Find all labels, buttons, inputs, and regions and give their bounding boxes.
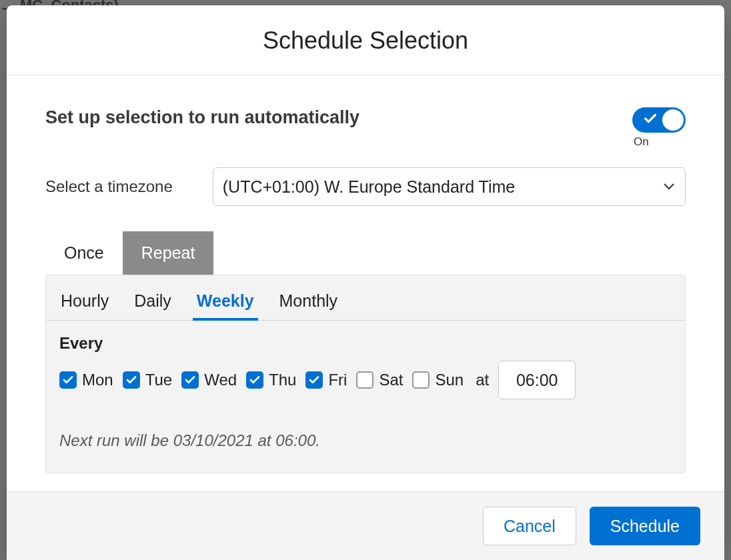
- modal-header: Schedule Selection: [7, 5, 724, 75]
- modal-footer: Cancel Schedule: [7, 491, 724, 560]
- day-label: Sat: [379, 371, 403, 389]
- tab-daily[interactable]: Daily: [133, 286, 173, 320]
- timezone-row: Select a timezone (UTC+01:00) W. Europe …: [45, 167, 686, 206]
- next-run-text: Next run will be 03/10/2021 at 06:00.: [46, 418, 685, 473]
- cancel-button[interactable]: Cancel: [483, 507, 576, 545]
- setup-row: Set up selection to run automatically On: [45, 107, 686, 149]
- toggle-state-label: On: [634, 135, 649, 149]
- day-label: Sun: [435, 371, 464, 389]
- repeat-panel: Hourly Daily Weekly Monthly Every MonTue…: [45, 275, 686, 473]
- day-label: Wed: [204, 371, 237, 389]
- day-label: Fri: [328, 371, 347, 389]
- day-checkbox-wed[interactable]: Wed: [181, 371, 237, 389]
- schedule-button[interactable]: Schedule: [590, 507, 700, 545]
- checkbox-icon: [123, 371, 140, 389]
- day-checkbox-tue[interactable]: Tue: [123, 371, 172, 389]
- day-checkbox-fri[interactable]: Fri: [305, 371, 347, 389]
- schedule-selection-modal: Schedule Selection Set up selection to r…: [7, 5, 724, 560]
- tab-weekly[interactable]: Weekly: [195, 286, 255, 320]
- checkbox-icon: [305, 371, 323, 389]
- tab-repeat[interactable]: Repeat: [123, 231, 214, 275]
- day-label: Tue: [145, 371, 172, 389]
- checkbox-icon: [356, 371, 374, 389]
- tab-hourly[interactable]: Hourly: [59, 286, 110, 320]
- toggle-knob: [662, 109, 684, 131]
- tab-once[interactable]: Once: [45, 231, 123, 275]
- day-label: Thu: [269, 371, 296, 389]
- modal-body: Set up selection to run automatically On…: [7, 75, 724, 491]
- checkbox-icon: [181, 371, 199, 389]
- checkbox-icon: [412, 371, 430, 389]
- day-checkbox-sun[interactable]: Sun: [412, 371, 464, 389]
- modal-title: Schedule Selection: [20, 27, 711, 55]
- checkbox-icon: [246, 371, 263, 389]
- day-label: Mon: [82, 371, 113, 389]
- day-checkbox-thu[interactable]: Thu: [246, 371, 296, 389]
- tab-monthly[interactable]: Monthly: [278, 286, 339, 320]
- days-row: MonTueWedThuFriSatSunat: [59, 361, 672, 399]
- toggle-wrap: On: [632, 107, 686, 149]
- checkmark-icon: [643, 111, 658, 129]
- day-checkbox-sat[interactable]: Sat: [356, 371, 403, 389]
- every-section: Every MonTueWedThuFriSatSunat: [46, 321, 685, 418]
- at-label: at: [476, 371, 489, 389]
- timezone-select[interactable]: (UTC+01:00) W. Europe Standard Time: [213, 167, 686, 206]
- checkbox-icon: [59, 371, 77, 389]
- repeat-frequency-tabs: Hourly Daily Weekly Monthly: [46, 275, 685, 321]
- timezone-label: Select a timezone: [45, 177, 173, 196]
- auto-run-toggle[interactable]: [632, 107, 686, 133]
- frequency-mode-tabs: Once Repeat: [45, 231, 686, 275]
- day-checkbox-mon[interactable]: Mon: [59, 371, 113, 389]
- setup-automatically-label: Set up selection to run automatically: [45, 107, 359, 128]
- every-label: Every: [59, 334, 672, 353]
- time-input[interactable]: [498, 361, 576, 399]
